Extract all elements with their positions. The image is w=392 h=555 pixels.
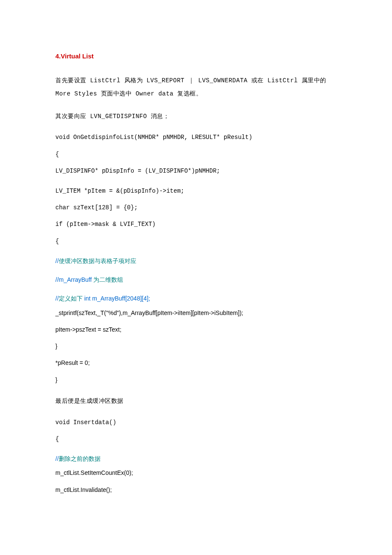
code-line: } xyxy=(55,341,337,352)
code-line: m_ctlList.SetItemCountEx(0); xyxy=(55,468,337,478)
code-line: LV_ITEM *pItem = &(pDispInfo)->item; xyxy=(55,186,337,197)
code-comment: //使缓冲区数据与表格子项对应 xyxy=(55,256,337,266)
code-line: char szText[128] = {0}; xyxy=(55,202,337,213)
code-line: void Insertdata() xyxy=(55,417,337,428)
code-line: { xyxy=(55,236,337,247)
comment-prefix: // xyxy=(55,257,59,264)
code-comment: //m_ArrayBuff 为二维数组 xyxy=(55,275,337,284)
comment-text: 为二维数组 xyxy=(93,276,123,283)
mid-paragraph: 最后便是生成缓冲区数据 xyxy=(55,395,337,408)
code-comment: //删除之前的数据 xyxy=(55,454,337,463)
section-heading: 4.Virtual List xyxy=(55,51,337,61)
code-line: } xyxy=(55,375,337,385)
comment-prefix: // xyxy=(55,455,59,462)
code-line: pItem->pszText = szText; xyxy=(55,324,337,335)
code-line: if (pItem->mask & LVIF_TEXT) xyxy=(55,219,337,230)
code-line: { xyxy=(55,434,337,445)
comment-text: 定义如下 xyxy=(59,295,84,302)
comment-prefix: // xyxy=(55,295,59,302)
comment-prefix: //m_ArrayBuff xyxy=(55,276,93,283)
code-comment: //定义如下 int m_ArrayBuff[2048][4]; xyxy=(55,294,337,303)
intro-paragraph-2: 其次要向应 LVN_GETDISPINFO 消息； xyxy=(55,110,337,123)
code-line: *pResult = 0; xyxy=(55,358,337,368)
comment-code: int m_ArrayBuff[2048][4]; xyxy=(84,295,150,302)
code-line: void OnGetdispinfoList(NMHDR* pNMHDR, LR… xyxy=(55,132,337,143)
code-line: LV_DISPINFO* pDispInfo = (LV_DISPINFO*)p… xyxy=(55,166,337,176)
code-line: m_ctlList.Invalidate(); xyxy=(55,485,337,495)
comment-text: 删除之前的数据 xyxy=(59,455,101,462)
code-line: _stprintf(szText,_T("%d"),m_ArrayBuff[pI… xyxy=(55,308,337,318)
code-line: { xyxy=(55,149,337,160)
intro-paragraph-1: 首先要设置 ListCtrl 风格为 LVS_REPORT ｜ LVS_OWNE… xyxy=(55,74,337,101)
comment-text: 使缓冲区数据与表格子项对应 xyxy=(59,257,136,264)
